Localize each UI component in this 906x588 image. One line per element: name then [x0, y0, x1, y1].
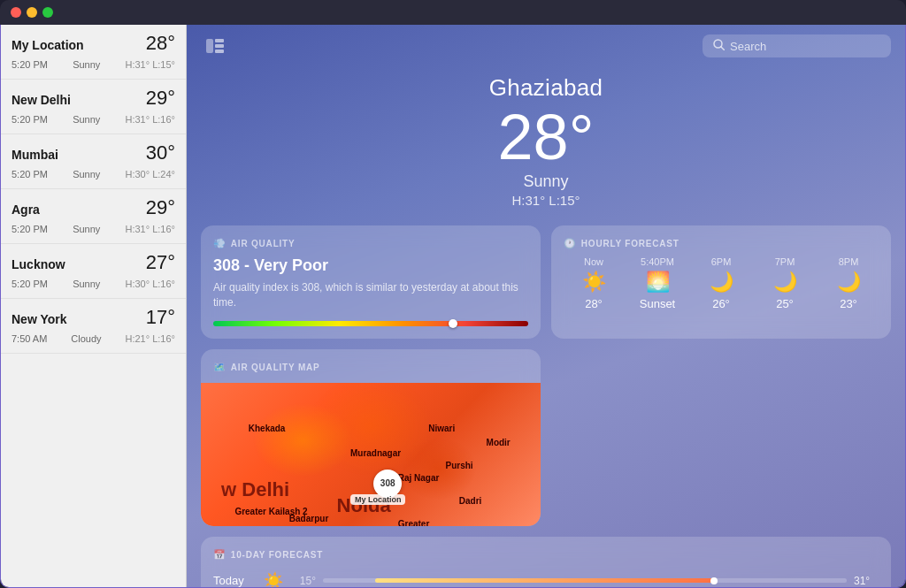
- city-temperature: 28°: [187, 105, 905, 169]
- air-quality-label: 💨 AIR QUALITY: [213, 238, 528, 249]
- forecast-day-today: Today: [213, 574, 256, 587]
- sidebar-item-3[interactable]: Agra 29° 5:20 PM Sunny H:31° L:16°: [1, 189, 186, 244]
- map-city-badarpur: Badarpur: [289, 514, 328, 523]
- map-city-dadri: Dadri: [459, 496, 482, 506]
- hourly-temp-4: 23°: [840, 297, 857, 310]
- sidebar-time-4: 5:20 PM: [12, 279, 48, 289]
- sidebar-time-2: 5:20 PM: [12, 169, 48, 179]
- map-city-khekada: Khekada: [249, 424, 286, 433]
- hourly-time-2: 6PM: [711, 256, 732, 267]
- sidebar-temp-3: 29°: [146, 196, 175, 219]
- sidebar-city-2: Mumbai: [12, 148, 58, 162]
- sidebar-item-0[interactable]: My Location 28° 5:20 PM Sunny H:31° L:15…: [1, 25, 186, 80]
- sidebar-condition-0: Sunny: [73, 59, 100, 70]
- map-city-niwari: Niwari: [428, 424, 455, 433]
- sidebar-temp-4: 27°: [146, 251, 175, 274]
- app-container: My Location 28° 5:20 PM Sunny H:31° L:15…: [0, 25, 906, 588]
- search-icon: [713, 39, 725, 53]
- hourly-label: 🕐 HOURLY FORECAST: [564, 238, 879, 249]
- title-bar: [0, 0, 906, 25]
- hourly-temp-1: Sunset: [640, 297, 675, 310]
- calendar-icon: 📅: [213, 549, 226, 561]
- forecast-bar-dot-today: [710, 577, 718, 584]
- sidebar-city-3: Agra: [12, 202, 40, 217]
- hourly-forecast-card: 🕐 HOURLY FORECAST Now ☀️ 28° 5:40PM 🌅 Su…: [551, 225, 891, 339]
- sidebar-city-0: My Location: [12, 38, 84, 52]
- aq-indicator: [449, 319, 457, 328]
- hourly-icon-0: ☀️: [582, 272, 606, 292]
- map-badge-label: My Location: [350, 494, 406, 505]
- hourly-col-0: Now ☀️ 28°: [564, 256, 624, 310]
- sidebar-temp-0: 28°: [146, 32, 175, 55]
- sidebar-item-4[interactable]: Lucknow 27° 5:20 PM Sunny H:30° L:16°: [1, 244, 186, 299]
- map-icon: 🗺️: [213, 362, 226, 373]
- sidebar-hl-0: H:31° L:15°: [125, 59, 175, 70]
- forecast-bar-today: [375, 578, 716, 583]
- svg-line-5: [721, 47, 725, 50]
- maximize-button[interactable]: [42, 7, 53, 18]
- sidebar-item-2[interactable]: Mumbai 30° 5:20 PM Sunny H:30° L:24°: [1, 134, 186, 189]
- sidebar: My Location 28° 5:20 PM Sunny H:31° L:15…: [1, 25, 187, 587]
- svg-rect-1: [215, 39, 224, 42]
- traffic-lights: [11, 7, 53, 18]
- map-city-greater: Greater: [398, 519, 430, 526]
- sidebar-temp-1: 29°: [146, 87, 175, 110]
- aq-bar: [213, 321, 528, 326]
- search-bar[interactable]: Search: [703, 34, 891, 57]
- sidebar-temp-5: 17°: [146, 306, 175, 329]
- hourly-icon-2: 🌙: [710, 272, 733, 292]
- sidebar-hl-1: H:31° L:16°: [125, 114, 175, 125]
- map-label: 🗺️ AIR QUALITY MAP: [213, 362, 528, 373]
- map-city-raj-nagar: Raj Nagar: [398, 473, 440, 483]
- svg-rect-3: [215, 50, 224, 53]
- minimize-button[interactable]: [27, 7, 37, 18]
- sidebar-hl-5: H:21° L:16°: [125, 333, 175, 344]
- sidebar-city-4: Lucknow: [12, 257, 65, 271]
- sidebar-time-0: 5:20 PM: [12, 59, 48, 70]
- sidebar-city-5: New York: [12, 312, 67, 326]
- sidebar-time-5: 7:50 AM: [12, 333, 47, 344]
- city-high-low: H:31° L:15°: [187, 193, 905, 208]
- air-quality-map-card[interactable]: 🗺️ AIR QUALITY MAP Khekada Niwari Modir …: [201, 349, 541, 526]
- forecast-card: 📅 10-DAY FORECAST Today ☀️ 15° 31°: [201, 537, 891, 587]
- hourly-col-2: 6PM 🌙 26°: [691, 256, 751, 310]
- hourly-icon-1: 🌅: [646, 272, 670, 292]
- hourly-time-0: Now: [584, 256, 603, 267]
- hourly-col-1: 5:40PM 🌅 Sunset: [627, 256, 687, 310]
- clock-icon: 🕐: [564, 238, 577, 249]
- sidebar-condition-3: Sunny: [73, 224, 100, 234]
- svg-rect-0: [206, 39, 213, 53]
- forecast-row-today: Today ☀️ 15° 31°: [213, 568, 879, 587]
- sidebar-hl-2: H:30° L:24°: [125, 169, 175, 179]
- sidebar-item-1[interactable]: New Delhi 29° 5:20 PM Sunny H:31° L:16°: [1, 80, 186, 134]
- hourly-temp-2: 26°: [712, 297, 730, 310]
- hourly-temp-0: 28°: [585, 297, 603, 310]
- map-city-muradnagar: Muradnagar: [350, 448, 401, 458]
- map-city-delhi: w Delhi: [221, 478, 289, 501]
- hourly-icon-4: 🌙: [837, 272, 861, 292]
- forecast-bar-wrap-today: [323, 578, 847, 583]
- map-city-purshi: Purshi: [445, 461, 472, 470]
- forecast-high-today: 31°: [854, 575, 879, 587]
- cards-area: 💨 AIR QUALITY 308 - Very Poor Air qualit…: [187, 225, 905, 587]
- hourly-col-4: 8PM 🌙 23°: [818, 256, 879, 310]
- close-button[interactable]: [11, 7, 21, 18]
- sidebar-hl-4: H:30° L:16°: [125, 279, 175, 289]
- forecast-label: 📅 10-DAY FORECAST: [213, 549, 879, 561]
- sidebar-temp-2: 30°: [146, 141, 175, 164]
- city-name: Ghaziabad: [187, 74, 905, 102]
- sidebar-condition-5: Cloudy: [71, 333, 101, 344]
- sidebar-hl-3: H:31° L:16°: [125, 224, 175, 234]
- air-quality-card: 💨 AIR QUALITY 308 - Very Poor Air qualit…: [201, 225, 541, 339]
- sidebar-item-5[interactable]: New York 17° 7:50 AM Cloudy H:21° L:16°: [1, 299, 186, 354]
- hourly-grid: Now ☀️ 28° 5:40PM 🌅 Sunset 6PM 🌙 26° 7PM…: [564, 256, 879, 310]
- main-panel: Search Ghaziabad 28° Sunny H:31° L:15° 💨…: [187, 25, 905, 587]
- hourly-time-1: 5:40PM: [641, 256, 674, 267]
- sidebar-condition-1: Sunny: [73, 114, 100, 125]
- city-header: Ghaziabad 28° Sunny H:31° L:15°: [187, 67, 905, 225]
- aq-value: 308 - Very Poor: [213, 256, 528, 275]
- svg-rect-2: [215, 44, 224, 48]
- sidebar-toggle-button[interactable]: [201, 32, 229, 60]
- hourly-time-3: 7PM: [775, 256, 795, 267]
- hourly-time-4: 8PM: [839, 256, 859, 267]
